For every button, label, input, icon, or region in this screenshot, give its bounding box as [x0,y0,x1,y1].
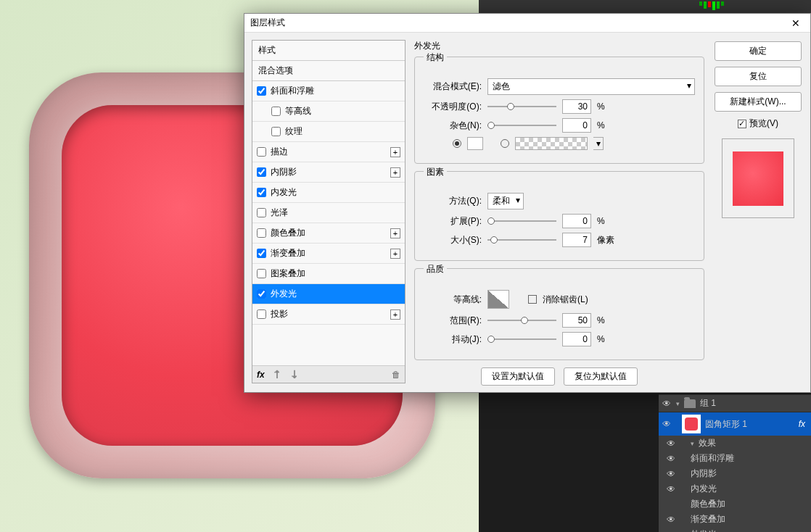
move-down-icon[interactable]: 🠧 [289,369,300,381]
spread-input[interactable] [562,214,591,228]
chevron-down-icon[interactable]: ▾ [691,440,694,447]
visibility-icon[interactable]: 👁 [666,469,676,479]
close-button[interactable]: ✕ [781,14,810,33]
style-label: 颜色叠加 [271,227,390,239]
size-slider[interactable] [487,239,556,241]
opacity-input[interactable] [562,99,591,114]
visibility-icon[interactable]: 👁 [662,399,672,409]
style-checkbox[interactable] [257,208,266,217]
style-checkbox[interactable] [257,269,266,278]
new-style-button[interactable]: 新建样式(W)... [715,92,802,112]
antialias-checkbox[interactable] [528,295,537,304]
effect-item[interactable]: 👁渐变叠加 [659,512,811,527]
color-radio[interactable] [453,139,461,148]
style-row[interactable]: 图案叠加 [252,264,405,284]
style-row[interactable]: 渐变叠加+ [252,244,405,264]
style-row[interactable]: 等高线 [252,101,405,122]
chevron-down-icon[interactable]: ▾ [676,400,680,407]
cancel-button[interactable]: 复位 [715,67,802,86]
effect-item[interactable]: 👁外发光 [659,527,811,532]
style-checkbox[interactable] [257,188,266,197]
visibility-icon[interactable]: 👁 [666,515,676,525]
plus-icon[interactable]: + [390,167,400,178]
style-checkbox[interactable] [257,289,266,299]
color-swatch[interactable] [467,137,483,150]
plus-icon[interactable]: + [390,228,400,238]
technique-dropdown[interactable]: 柔和 [487,193,524,209]
noise-slider[interactable] [487,125,556,126]
gradient-picker[interactable] [515,137,588,150]
reset-default-button[interactable]: 复位为默认值 [564,367,638,386]
style-label: 渐变叠加 [271,247,390,259]
contour-picker[interactable] [487,290,509,309]
style-checkbox[interactable] [257,249,266,258]
visibility-icon[interactable]: 👁 [666,484,676,494]
gradient-radio[interactable] [501,139,509,148]
effect-item[interactable]: 👁内发光 [659,481,811,496]
opacity-slider[interactable] [487,106,556,107]
fx-badge[interactable]: fx [799,419,808,429]
effect-label: 渐变叠加 [691,513,725,525]
style-row[interactable]: 内发光 [252,183,405,203]
visibility-icon[interactable]: 👁 [666,454,676,464]
range-input[interactable] [562,313,591,328]
gradient-dropdown-icon[interactable]: ▾ [593,137,604,150]
preview-checkbox[interactable] [738,120,746,128]
noise-input[interactable] [562,118,591,133]
style-checkbox[interactable] [257,167,266,177]
style-row[interactable]: 光泽 [252,203,405,223]
layer-thumbnail [682,415,701,433]
plus-icon[interactable]: + [390,309,400,320]
size-input[interactable] [562,233,591,247]
style-label: 图案叠加 [271,267,400,280]
effect-item[interactable]: 颜色叠加 [659,496,811,512]
layer-item[interactable]: 👁 圆角矩形 1 fx [659,412,811,436]
blend-mode-label: 混合模式(E): [424,80,482,93]
effect-item[interactable]: 👁斜面和浮雕 [659,451,811,466]
style-checkbox[interactable] [257,86,266,96]
effect-item[interactable]: 👁内阴影 [659,466,811,481]
fx-menu[interactable]: fx [257,370,265,380]
style-label: 光泽 [271,207,400,219]
move-up-icon[interactable]: 🠥 [272,369,282,381]
style-row[interactable]: 颜色叠加+ [252,223,405,244]
elements-group: 图素 方法(Q): 柔和 扩展(P): % 大小(S): 像素 [414,171,704,261]
style-row[interactable]: 纹理 [252,122,405,142]
style-row[interactable]: 描边+ [252,142,405,162]
titlebar[interactable]: 图层样式 ✕ [244,14,810,33]
visibility-icon[interactable]: 👁 [666,439,676,449]
style-checkbox[interactable] [257,228,266,238]
dialog-actions: 确定 复位 新建样式(W)... 预览(V) [715,41,802,218]
style-checkbox[interactable] [271,127,281,136]
style-checkbox[interactable] [257,147,266,157]
style-row[interactable]: 投影+ [252,304,405,325]
style-label: 描边 [271,146,390,158]
visibility-icon[interactable]: 👁 [666,530,676,533]
style-checkbox[interactable] [257,309,266,319]
style-row[interactable]: 外发光 [252,284,405,304]
jitter-input[interactable] [562,332,591,346]
style-checkbox[interactable] [271,107,281,116]
style-row[interactable]: 斜面和浮雕 [252,81,405,101]
antialias-label: 消除锯齿(L) [543,294,588,306]
set-default-button[interactable]: 设置为默认值 [481,367,555,386]
styles-header[interactable]: 样式 [252,41,405,61]
layers-panel: 👁 ▾ 组 1 👁 圆角矩形 1 fx 👁 ▾ 效果 👁斜面和浮雕👁内阴影👁内发… [659,394,811,532]
range-slider[interactable] [487,320,556,321]
style-row[interactable]: 内阴影+ [252,162,405,183]
visibility-icon[interactable]: 👁 [662,419,672,429]
style-label: 斜面和浮雕 [271,85,400,97]
plus-icon[interactable]: + [390,249,400,259]
ok-button[interactable]: 确定 [715,41,802,61]
blend-options[interactable]: 混合选项 [252,61,405,81]
effects-header[interactable]: 👁 ▾ 效果 [659,436,811,451]
trash-icon[interactable]: 🗑 [392,370,400,380]
blend-mode-dropdown[interactable]: 滤色 [487,78,695,95]
layer-group[interactable]: 👁 ▾ 组 1 [659,394,811,412]
jitter-slider[interactable] [487,338,556,340]
spread-slider[interactable] [487,220,556,222]
effect-label: 内阴影 [691,467,717,480]
section-title: 外发光 [414,40,704,52]
style-label: 等高线 [285,105,400,117]
plus-icon[interactable]: + [390,147,400,157]
